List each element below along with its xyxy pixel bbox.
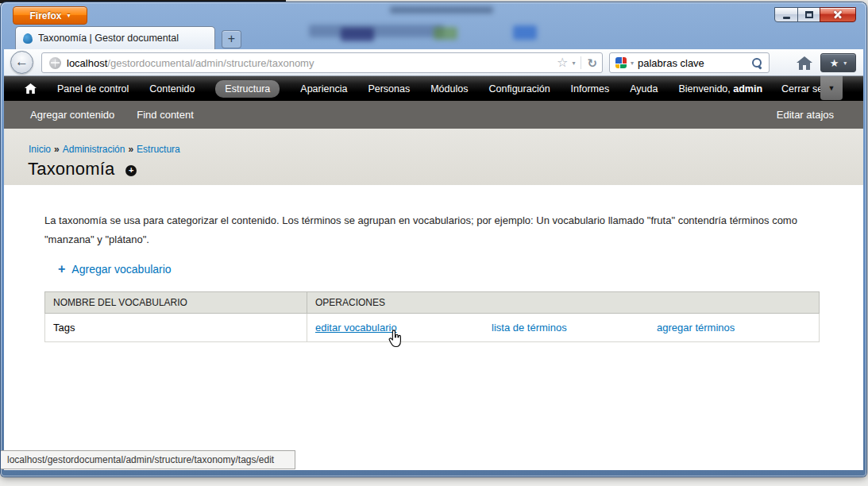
google-icon[interactable]: [615, 57, 627, 68]
menu-item-modulos[interactable]: Módulos: [430, 83, 468, 94]
add-terms-link[interactable]: agregar términos: [657, 322, 735, 334]
table-row: Tags editar vocabulario lista de término…: [45, 314, 820, 342]
page-title: Taxonomía +: [28, 159, 137, 179]
globe-icon: [49, 57, 61, 69]
header-operaciones: OPERACIONES: [307, 292, 820, 314]
desktop: Firefox ▾ Taxonomía | Gestor documental …: [0, 0, 868, 486]
breadcrumb-separator: »: [128, 144, 133, 155]
menu-item-apariencia[interactable]: Apariencia: [300, 83, 347, 94]
home-icon: [797, 56, 812, 70]
main-content: La taxonomía se usa para categorizar el …: [4, 185, 863, 470]
tab-strip: Taxonomía | Gestor documental +: [1, 24, 866, 49]
menu-item-informes[interactable]: Informes: [571, 83, 610, 94]
add-vocabulary-link[interactable]: Agregar vocabulario: [71, 263, 171, 276]
menu-item-panel-de-control[interactable]: Panel de control: [57, 83, 129, 94]
edit-vocabulary-link[interactable]: editar vocabulario: [315, 322, 397, 334]
home-button[interactable]: [794, 53, 815, 72]
maximize-button[interactable]: [797, 7, 820, 22]
bookmark-star-icon[interactable]: ☆: [557, 57, 568, 68]
list-terms-link[interactable]: lista de términos: [492, 322, 567, 334]
maximize-icon: [805, 11, 813, 18]
bookmarks-star-icon: ★: [830, 58, 839, 68]
menu-item-configuracion[interactable]: Configuración: [488, 83, 550, 94]
status-tooltip: localhost/gestordocumental/admin/structu…: [1, 450, 295, 469]
tab-taxonomia[interactable]: Taxonomía | Gestor documental: [15, 26, 215, 49]
breadcrumb-inicio[interactable]: Inicio: [29, 144, 51, 155]
page-viewport: Panel de control Contenido Estructura Ap…: [4, 76, 863, 470]
breadcrumb-administracion[interactable]: Administración: [63, 144, 125, 155]
breadcrumb-separator: »: [54, 144, 60, 155]
admin-home-icon[interactable]: [25, 83, 37, 94]
close-button[interactable]: [820, 7, 856, 22]
url-path: /gestordocumental/admin/structure/taxono…: [107, 57, 314, 69]
url-bar-icons: ☆ ▾ ↻: [557, 56, 597, 69]
add-vocabulary-action[interactable]: + Agregar vocabulario: [58, 263, 172, 276]
firefox-menu-button[interactable]: Firefox ▾: [13, 6, 87, 25]
chevron-down-icon: ▾: [843, 60, 847, 67]
taxonomy-description: La taxonomía se usa para categorizar el …: [44, 211, 824, 249]
url-host: localhost: [67, 57, 107, 69]
breadcrumb-estructura[interactable]: Estructura: [137, 144, 180, 155]
page-header: Inicio»Administración»Estructura Taxonom…: [4, 129, 863, 185]
divider: [581, 56, 581, 69]
minimize-button[interactable]: [774, 7, 798, 22]
navigation-toolbar: ← localhost/gestordocumental/admin/struc…: [4, 49, 863, 76]
admin-toolbar: Panel de control Contenido Estructura Ap…: [4, 76, 863, 101]
minimize-icon: [783, 17, 790, 19]
url-bar[interactable]: localhost/gestordocumental/admin/structu…: [41, 52, 603, 73]
menu-item-contenido[interactable]: Contenido: [149, 83, 195, 94]
titlebar[interactable]: Firefox ▾: [1, 2, 866, 24]
operations-cell: editar vocabulario lista de términos agr…: [315, 322, 811, 334]
shortcut-find-content[interactable]: Find content: [137, 109, 194, 121]
tab-title: Taxonomía | Gestor documental: [38, 33, 179, 44]
breadcrumb: Inicio»Administración»Estructura: [29, 144, 180, 155]
table-header-row: NOMBRE DEL VOCABULARIO OPERACIONES: [45, 292, 820, 314]
shortcut-agregar-contenido[interactable]: Agregar contenido: [30, 109, 114, 121]
browser-window: Firefox ▾ Taxonomía | Gestor documental …: [1, 2, 866, 476]
welcome-text: Bienvenido, admin: [678, 83, 762, 94]
chevron-down-icon: ▼: [828, 84, 835, 92]
shortcut-bar: Agregar contenido Find content Editar at…: [4, 101, 863, 129]
drupal-favicon-icon: [23, 33, 33, 44]
search-icon[interactable]: [751, 57, 763, 69]
reload-icon[interactable]: ↻: [587, 57, 597, 69]
back-button[interactable]: ←: [10, 51, 33, 74]
new-tab-button[interactable]: +: [222, 30, 241, 48]
toolbar-toggle-button[interactable]: ▼: [820, 76, 843, 100]
header-nombre: NOMBRE DEL VOCABULARIO: [45, 292, 307, 314]
menu-item-personas[interactable]: Personas: [368, 83, 410, 94]
chevron-down-icon: ▾: [68, 12, 71, 19]
edit-shortcuts-link[interactable]: Editar atajos: [777, 109, 834, 121]
menu-item-estructura[interactable]: Estructura: [215, 80, 280, 98]
contextual-add-icon[interactable]: +: [125, 165, 137, 176]
chevron-down-icon[interactable]: ▾: [631, 60, 634, 67]
url-text[interactable]: localhost/gestordocumental/admin/structu…: [67, 57, 557, 69]
chevron-down-icon[interactable]: ▾: [572, 60, 575, 67]
vocabulary-name-cell: Tags: [45, 314, 307, 342]
username: admin: [733, 83, 762, 94]
window-controls: [775, 7, 856, 22]
menu-item-ayuda[interactable]: Ayuda: [630, 83, 658, 94]
vocabulary-table: NOMBRE DEL VOCABULARIO OPERACIONES Tags …: [44, 291, 820, 342]
search-box[interactable]: ▾ palabras clave: [609, 52, 770, 73]
search-input[interactable]: palabras clave: [638, 57, 747, 69]
firefox-menu-label: Firefox: [29, 10, 61, 21]
plus-icon: +: [58, 264, 65, 275]
bookmarks-button[interactable]: ★ ▾: [820, 53, 856, 72]
